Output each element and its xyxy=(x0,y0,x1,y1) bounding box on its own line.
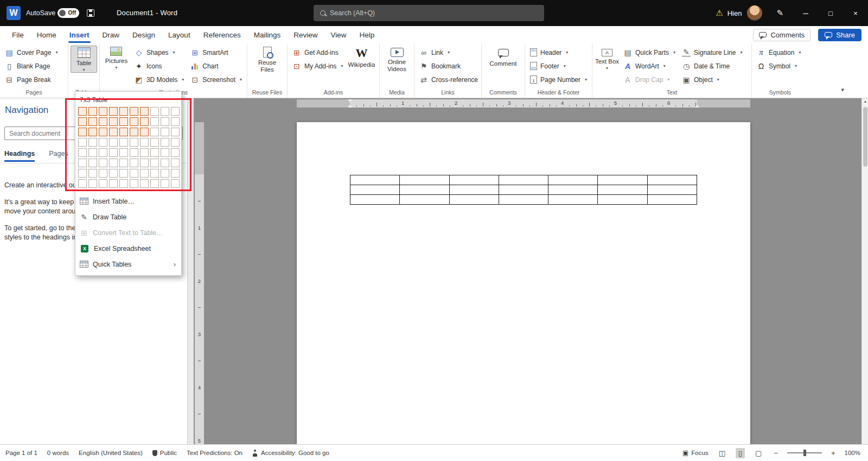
grid-cell[interactable] xyxy=(161,138,169,147)
grid-cell[interactable] xyxy=(78,138,87,147)
cross-reference-button[interactable]: ⇄Cross-reference xyxy=(417,73,481,86)
share-button[interactable]: Share xyxy=(818,29,861,41)
grid-cell[interactable] xyxy=(109,128,118,136)
table-cell[interactable] xyxy=(548,175,598,185)
wikipedia-button[interactable]: W Wikipedia xyxy=(347,46,376,68)
grid-cell[interactable] xyxy=(161,169,169,178)
table-cell[interactable] xyxy=(499,185,548,195)
word-logo-icon[interactable]: W xyxy=(7,6,21,20)
grid-cell[interactable] xyxy=(150,128,159,136)
table-cell[interactable] xyxy=(647,175,697,185)
tab-insert[interactable]: Insert xyxy=(63,26,96,43)
my-addins-button[interactable]: ⊡My Add-ins▾ xyxy=(290,59,346,73)
grid-cell[interactable] xyxy=(130,117,138,126)
document-scrollbar[interactable]: ▲ xyxy=(861,98,868,444)
table-cell[interactable] xyxy=(449,185,499,195)
first-line-indent-marker[interactable] xyxy=(348,99,352,102)
table-cell[interactable] xyxy=(499,195,548,205)
grid-cell[interactable] xyxy=(130,138,138,147)
grid-cell[interactable] xyxy=(99,179,107,188)
tab-draw[interactable]: Draw xyxy=(96,26,126,43)
grid-cell[interactable] xyxy=(161,107,169,116)
signature-line-button[interactable]: ✎Signature Line▾ xyxy=(679,46,745,59)
grid-cell[interactable] xyxy=(99,128,107,136)
grid-cell[interactable] xyxy=(130,107,138,116)
link-button[interactable]: ∞Link▾ xyxy=(417,46,481,59)
tab-design[interactable]: Design xyxy=(126,26,162,43)
zoom-level[interactable]: 100% xyxy=(845,450,860,456)
grid-cell[interactable] xyxy=(99,148,107,157)
grid-cell[interactable] xyxy=(99,107,107,116)
grid-cell[interactable] xyxy=(78,128,87,136)
accessibility-indicator[interactable]: Accessibility: Good to go xyxy=(252,450,329,457)
grid-cell[interactable] xyxy=(78,107,87,116)
grid-cell[interactable] xyxy=(119,107,128,116)
grid-cell[interactable] xyxy=(130,179,138,188)
grid-cell[interactable] xyxy=(140,138,149,147)
autosave-toggle[interactable]: Off xyxy=(58,8,79,18)
word-count[interactable]: 0 words xyxy=(47,450,69,456)
ink-pen-icon[interactable]: ✎ xyxy=(776,8,783,18)
text-box-button[interactable]: A Text Box ▾ xyxy=(595,46,620,71)
grid-cell[interactable] xyxy=(150,148,159,157)
table-cell[interactable] xyxy=(647,195,697,205)
table-cell[interactable] xyxy=(400,175,449,185)
nav-tab-pages[interactable]: Pages xyxy=(49,150,68,162)
shapes-button[interactable]: ◇Shapes▾ xyxy=(132,46,187,59)
tab-layout[interactable]: Layout xyxy=(162,26,197,43)
grid-cell[interactable] xyxy=(78,117,87,126)
table-cell[interactable] xyxy=(350,175,400,185)
grid-cell[interactable] xyxy=(171,169,180,178)
grid-cell[interactable] xyxy=(140,159,149,167)
blank-page-button[interactable]: ▯Blank Page xyxy=(2,59,60,73)
table-cell[interactable] xyxy=(400,185,449,195)
document-table[interactable] xyxy=(350,175,697,205)
grid-cell[interactable] xyxy=(99,159,107,167)
bookmark-button[interactable]: ⚑Bookmark xyxy=(417,59,481,73)
grid-cell[interactable] xyxy=(109,107,118,116)
grid-cell[interactable] xyxy=(171,107,180,116)
comments-button[interactable]: Comments xyxy=(753,29,810,41)
grid-cell[interactable] xyxy=(119,159,128,167)
tab-review[interactable]: Review xyxy=(287,26,324,43)
grid-cell[interactable] xyxy=(140,107,149,116)
grid-cell[interactable] xyxy=(130,148,138,157)
minimize-button[interactable]: ─ xyxy=(793,0,818,26)
privacy-indicator[interactable]: Public xyxy=(152,450,177,456)
grid-cell[interactable] xyxy=(88,179,97,188)
table-cell[interactable] xyxy=(449,195,499,205)
grid-cell[interactable] xyxy=(140,148,149,157)
grid-cell[interactable] xyxy=(150,179,159,188)
get-addins-button[interactable]: ⊞Get Add-ins xyxy=(290,46,346,59)
online-videos-button[interactable]: Online Videos xyxy=(382,46,412,73)
save-icon[interactable] xyxy=(87,9,94,17)
grid-cell[interactable] xyxy=(130,169,138,178)
grid-cell[interactable] xyxy=(119,117,128,126)
cover-page-button[interactable]: ▤Cover Page▾ xyxy=(2,46,60,59)
close-button[interactable]: × xyxy=(843,0,868,26)
grid-cell[interactable] xyxy=(140,169,149,178)
icons-button[interactable]: ✦Icons xyxy=(132,59,187,73)
warning-icon[interactable]: ⚠ xyxy=(716,8,723,18)
nav-tab-headings[interactable]: Headings xyxy=(4,150,35,162)
zoom-slider-thumb[interactable] xyxy=(803,450,806,456)
page-number-button[interactable]: Page Number▾ xyxy=(527,73,590,86)
zoom-in-button[interactable]: + xyxy=(829,449,837,457)
table-button[interactable]: Table ▾ xyxy=(71,46,97,73)
grid-cell[interactable] xyxy=(171,148,180,157)
scroll-up-icon[interactable]: ▲ xyxy=(862,99,868,103)
grid-cell[interactable] xyxy=(99,138,107,147)
read-mode-button[interactable]: ◫ xyxy=(716,448,728,458)
table-cell[interactable] xyxy=(350,195,400,205)
grid-cell[interactable] xyxy=(161,148,169,157)
tab-home[interactable]: Home xyxy=(30,26,63,43)
focus-button[interactable]: ▣Focus xyxy=(682,449,709,457)
grid-cell[interactable] xyxy=(99,117,107,126)
language-indicator[interactable]: English (United States) xyxy=(79,450,143,456)
table-size-grid[interactable] xyxy=(75,106,181,189)
grid-cell[interactable] xyxy=(161,128,169,136)
grid-cell[interactable] xyxy=(161,179,169,188)
web-layout-button[interactable]: ▢ xyxy=(752,448,764,458)
grid-cell[interactable] xyxy=(88,159,97,167)
table-cell[interactable] xyxy=(598,185,647,195)
